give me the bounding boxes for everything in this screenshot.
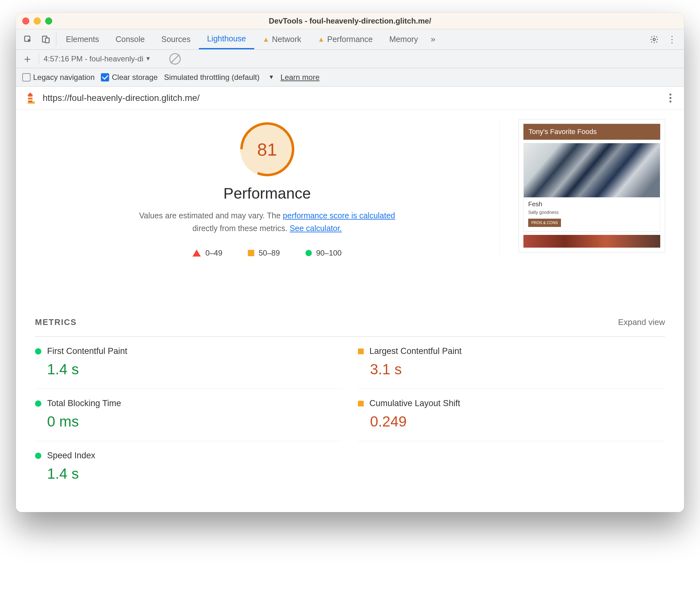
lighthouse-toolbar: ＋ 4:57:16 PM - foul-heavenly-di ▼ [16, 50, 684, 68]
tab-elements[interactable]: Elements [57, 29, 107, 49]
report-body: 81 Performance Values are estimated and … [16, 110, 684, 512]
more-tabs-icon[interactable]: » [426, 29, 440, 49]
circle-green-icon [306, 250, 312, 256]
category-title: Performance [223, 185, 311, 202]
inspect-element-icon[interactable] [19, 29, 37, 49]
legend-pass: 90–100 [306, 249, 342, 257]
tab-performance[interactable]: ▲Performance [309, 29, 381, 49]
separator [56, 32, 56, 46]
svg-rect-5 [28, 99, 32, 100]
devtools-tabbar: Elements Console Sources Lighthouse ▲Net… [16, 29, 684, 50]
separator [39, 53, 39, 65]
settings-gear-icon[interactable] [645, 35, 663, 44]
learn-more-link[interactable]: Learn more [281, 73, 320, 82]
checkbox-checked-icon [101, 73, 109, 81]
metrics-heading: METRICS [35, 317, 77, 327]
warning-icon: ▲ [263, 35, 269, 44]
metric-value: 0.249 [358, 413, 665, 430]
category-description: Values are estimated and may vary. The p… [137, 209, 398, 235]
metric-si[interactable]: Speed Index 1.4 s [35, 441, 342, 493]
report-url: https://foul-heavenly-direction.glitch.m… [43, 93, 199, 103]
throttling-dropdown[interactable]: Simulated throttling (default) ▼ [164, 73, 274, 82]
tab-network[interactable]: ▲Network [254, 29, 309, 49]
see-calculator-link[interactable]: See calculator. [290, 224, 342, 233]
lighthouse-options-bar: Legacy navigation Clear storage Simulate… [16, 68, 684, 87]
metrics-header: METRICS Expand view [35, 308, 665, 337]
performance-gauge[interactable]: 81 [240, 122, 294, 176]
metric-value: 1.4 s [35, 360, 342, 378]
score-calc-link[interactable]: performance score is calculated [283, 211, 395, 220]
expand-view-toggle[interactable]: Expand view [618, 317, 665, 327]
metric-name: Largest Contentful Paint [369, 346, 462, 356]
square-orange-icon [358, 349, 364, 354]
preview-header: Tony's Favorite Foods [524, 124, 660, 140]
warning-icon: ▲ [317, 35, 324, 44]
report-menu-icon[interactable] [666, 90, 675, 106]
circle-green-icon [35, 400, 41, 407]
kebab-menu-icon[interactable]: ⋮ [663, 34, 681, 45]
preview-card-title: Fesh [528, 201, 655, 208]
metric-value: 3.1 s [358, 360, 665, 378]
score-legend: 0–49 50–89 90–100 [193, 249, 341, 257]
metric-name: First Contentful Paint [47, 346, 127, 356]
legacy-navigation-checkbox[interactable]: Legacy navigation [22, 73, 95, 82]
device-toolbar-icon[interactable] [37, 29, 55, 49]
preview-card-subtitle: Salty goodness [528, 210, 655, 215]
clear-storage-checkbox[interactable]: Clear storage [101, 73, 158, 82]
window-title: DevTools - foul-heavenly-direction.glitc… [16, 17, 684, 25]
svg-rect-4 [28, 96, 32, 98]
metric-fcp[interactable]: First Contentful Paint 1.4 s [35, 337, 342, 389]
legend-fail: 0–49 [193, 249, 222, 257]
tab-lighthouse[interactable]: Lighthouse [199, 29, 254, 49]
square-orange-icon [248, 250, 254, 256]
metric-name: Cumulative Layout Shift [369, 398, 460, 409]
metric-cls[interactable]: Cumulative Layout Shift 0.249 [358, 389, 665, 441]
panel-tabs: Elements Console Sources Lighthouse ▲Net… [57, 29, 440, 49]
metric-value: 0 ms [35, 413, 342, 430]
preview-image [524, 143, 660, 197]
metric-tbt[interactable]: Total Blocking Time 0 ms [35, 389, 342, 441]
page-screenshot-thumbnail[interactable]: Tony's Favorite Foods Fesh Salty goodnes… [518, 119, 665, 252]
chevron-down-icon: ▼ [145, 55, 151, 62]
square-orange-icon [358, 401, 364, 406]
report-url-bar: https://foul-heavenly-direction.glitch.m… [16, 87, 684, 110]
lighthouse-logo-icon [24, 91, 37, 105]
chevron-down-icon: ▼ [269, 74, 274, 80]
triangle-red-icon [193, 250, 201, 257]
titlebar: DevTools - foul-heavenly-direction.glitc… [16, 13, 684, 29]
overview-section: 81 Performance Values are estimated and … [35, 119, 665, 257]
score-column: 81 Performance Values are estimated and … [35, 119, 500, 257]
circle-green-icon [35, 348, 41, 354]
legend-average: 50–89 [248, 249, 280, 257]
tab-console[interactable]: Console [107, 29, 153, 49]
metric-name: Speed Index [47, 451, 95, 461]
metric-value: 1.4 s [35, 465, 342, 482]
metric-name: Total Blocking Time [47, 398, 121, 409]
circle-green-icon [35, 452, 41, 459]
metric-lcp[interactable]: Largest Contentful Paint 3.1 s [358, 337, 665, 389]
svg-point-3 [653, 38, 655, 41]
preview-card: Fesh Salty goodness PROS & CONS [524, 143, 660, 232]
svg-rect-2 [46, 38, 49, 43]
performance-score: 81 [240, 122, 294, 176]
metrics-grid: First Contentful Paint 1.4 s Largest Con… [35, 337, 665, 493]
tab-sources[interactable]: Sources [153, 29, 199, 49]
report-dropdown[interactable]: 4:57:16 PM - foul-heavenly-di ▼ [44, 54, 151, 63]
clear-report-icon[interactable] [169, 53, 181, 65]
devtools-window: DevTools - foul-heavenly-direction.glitc… [16, 13, 684, 512]
tab-memory[interactable]: Memory [381, 29, 426, 49]
preview-next-image [524, 235, 660, 248]
new-report-button[interactable]: ＋ [20, 52, 34, 66]
preview-card-button: PROS & CONS [528, 219, 561, 227]
checkbox-unchecked-icon [22, 73, 30, 81]
